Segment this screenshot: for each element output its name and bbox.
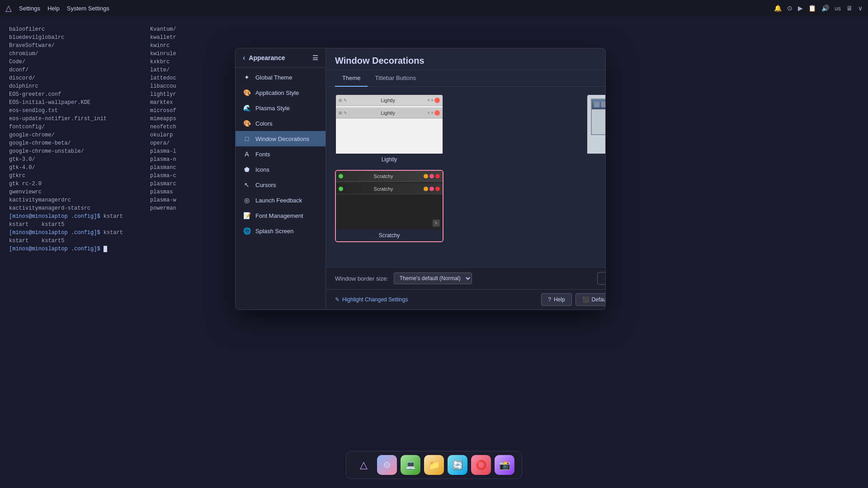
taskbar-files-icon[interactable]: 📁 xyxy=(424,455,444,475)
scratchy-title-2: Scratchy xyxy=(345,186,422,192)
sidebar-item-window-decorations[interactable]: □ Window Decorations xyxy=(236,131,326,146)
scratchy-content xyxy=(336,194,443,230)
panel-bottom: Window border size: Theme's default (Nor… xyxy=(326,267,605,289)
highlight-icon: ✎ xyxy=(335,296,340,303)
lightly-preview: ⊞ ✎ Lightly ∧ ∨ ⊞ ✎ Lightly xyxy=(336,95,443,154)
menu-system-settings[interactable]: System Settings xyxy=(67,5,109,12)
lightly-titlebar-2: ⊞ ✎ Lightly ∧ ∨ xyxy=(336,108,443,118)
highlight-changed-settings[interactable]: ✎ Highlight Changed Settings xyxy=(335,296,408,303)
footer-bar: ✎ Highlight Changed Settings ? Help ⬛ De… xyxy=(326,289,605,310)
back-arrow-icon[interactable]: ‹ xyxy=(243,54,245,62)
taskbar-screenshot-icon[interactable]: 📸 xyxy=(495,455,514,475)
sidebar-title: Appearance xyxy=(249,54,285,61)
top-bar-right: 🔔 ⊙ ▶ 📋 🔊 us 🖥 ∨ xyxy=(774,5,863,12)
help-button[interactable]: ? Help xyxy=(541,293,571,306)
taskbar-terminal-icon[interactable]: 💻 xyxy=(401,455,420,475)
lightly-close-btn-1[interactable] xyxy=(434,98,440,103)
taskbar-kde-icon[interactable]: △ xyxy=(354,455,373,475)
taskbar-settings-icon[interactable]: ⚙ xyxy=(377,455,397,475)
theme-card-scratchy[interactable]: Scratchy Scratchy xyxy=(335,170,443,242)
tab-titlebar-buttons[interactable]: Titlebar Buttons xyxy=(368,70,423,87)
top-bar: △ Settings Help System Settings 🔔 ⊙ ▶ 📋 … xyxy=(0,0,868,16)
scratchy-green-btn-2[interactable] xyxy=(339,187,343,191)
cursors-icon: ↖ xyxy=(243,181,251,189)
chevron-down-icon[interactable]: ∨ xyxy=(858,5,863,12)
lightly-title-1: Lightly xyxy=(351,98,425,103)
sidebar-item-colors[interactable]: 🎨 Colors xyxy=(236,116,326,131)
icons-icon: ⬟ xyxy=(243,165,251,174)
sidebar-items: ✦ Global Theme 🎨 Application Style 🌊 Pla… xyxy=(236,68,326,310)
sidebar-item-label: Launch Feedback xyxy=(255,197,302,204)
themes-row-top: ⊞ ✎ Lightly ∧ ∨ ⊞ ✎ Lightly xyxy=(335,94,605,166)
sidebar-header: ‹ Appearance ☰ xyxy=(236,48,326,68)
lightly-content xyxy=(336,118,443,154)
theme-card-plastik[interactable]: Plastik Plastik xyxy=(586,94,605,166)
clipboard-icon[interactable]: 📋 xyxy=(808,5,816,12)
scratchy-pink-btn-1[interactable] xyxy=(429,174,434,178)
lightly-close-btn-2[interactable] xyxy=(434,110,440,116)
defaults-icon: ⬛ xyxy=(582,296,589,303)
sidebar-item-application-style[interactable]: 🎨 Application Style xyxy=(236,85,326,100)
keyboard-layout: us xyxy=(835,5,841,12)
media-icon[interactable]: ⊙ xyxy=(787,5,793,12)
scratchy-pink-btn-2[interactable] xyxy=(429,187,434,191)
sidebar-item-icons[interactable]: ⬟ Icons xyxy=(236,162,326,177)
taskbar-app-icon[interactable]: ⭕ xyxy=(471,455,491,475)
sidebar-item-label: Window Decorations xyxy=(255,136,309,142)
sidebar-item-fonts[interactable]: A Fonts xyxy=(236,146,326,162)
plastik-shade-btn[interactable] xyxy=(601,101,605,108)
tab-theme[interactable]: Theme xyxy=(335,70,368,87)
fonts-icon: A xyxy=(243,150,251,158)
main-panel: Window Decorations Theme Titlebar Button… xyxy=(326,48,605,310)
window-decorations-icon: □ xyxy=(243,135,251,143)
sidebar-item-splash-screen[interactable]: 🌐 Splash Screen xyxy=(236,223,326,239)
scratchy-edit-icon[interactable]: ✎ xyxy=(433,220,440,227)
lightly-title-2: Lightly xyxy=(351,110,425,116)
taskbar-refresh-icon[interactable]: 🔄 xyxy=(448,455,467,475)
scratchy-red-btn-1[interactable] xyxy=(435,174,440,178)
display-icon[interactable]: 🖥 xyxy=(846,5,853,12)
border-size-label: Window border size: xyxy=(335,275,388,282)
scratchy-title-1: Scratchy xyxy=(345,174,422,179)
scratchy-titlebar-1: Scratchy xyxy=(336,171,443,182)
theme-card-lightly[interactable]: ⊞ ✎ Lightly ∧ ∨ ⊞ ✎ Lightly xyxy=(335,94,443,166)
kde-logo: △ xyxy=(5,3,12,13)
sidebar-item-label: Icons xyxy=(255,166,269,173)
sidebar-item-font-management[interactable]: 📝 Font Management xyxy=(236,208,326,223)
launch-feedback-icon: ◎ xyxy=(243,196,251,204)
colors-icon: 🎨 xyxy=(243,119,251,127)
get-new-decorations-button[interactable]: ⬇ Get New Window Decorations... xyxy=(597,272,605,285)
plastik-menu-btn[interactable] xyxy=(594,101,600,108)
scratchy-titlebar-2: Scratchy xyxy=(336,183,443,194)
splash-screen-icon: 🌐 xyxy=(243,227,251,235)
sidebar-item-global-theme[interactable]: ✦ Global Theme xyxy=(236,70,326,85)
play-icon[interactable]: ▶ xyxy=(798,5,803,12)
sidebar-item-label: Font Management xyxy=(255,212,303,219)
border-size-select[interactable]: Theme's default (Normal) xyxy=(394,272,472,284)
top-menu: Settings Help System Settings xyxy=(19,5,109,12)
plasma-style-icon: 🌊 xyxy=(243,104,251,112)
scratchy-orange-btn-1[interactable] xyxy=(424,174,428,178)
plastik-content xyxy=(592,109,605,134)
notification-icon[interactable]: 🔔 xyxy=(774,5,782,12)
defaults-button[interactable]: ⬛ Defaults xyxy=(576,293,605,306)
global-theme-icon: ✦ xyxy=(243,73,251,81)
volume-icon[interactable]: 🔊 xyxy=(821,5,829,12)
lightly-titlebar-1: ⊞ ✎ Lightly ∧ ∨ xyxy=(336,95,443,106)
hamburger-icon[interactable]: ☰ xyxy=(312,54,318,61)
scratchy-orange-btn-2[interactable] xyxy=(424,187,428,191)
menu-help[interactable]: Help xyxy=(47,5,60,12)
menu-settings[interactable]: Settings xyxy=(19,5,40,12)
main-content: baloofilerc bluedevilglobalrc BraveSoftw… xyxy=(0,16,868,488)
sidebar-item-cursors[interactable]: ↖ Cursors xyxy=(236,177,326,192)
sidebar-item-plasma-style[interactable]: 🌊 Plasma Style xyxy=(236,100,326,116)
scratchy-green-btn-1[interactable] xyxy=(339,174,343,178)
help-icon: ? xyxy=(548,296,551,303)
plastik-theme-name: Plastik xyxy=(587,154,605,165)
sidebar-item-label: Cursors xyxy=(255,182,276,188)
sidebar-item-launch-feedback[interactable]: ◎ Launch Feedback xyxy=(236,192,326,208)
taskbar: △ ⚙ 💻 📁 🔄 ⭕ 📸 xyxy=(346,451,522,479)
scratchy-red-btn-2[interactable] xyxy=(435,187,440,191)
sidebar-item-label: Colors xyxy=(255,120,273,127)
application-style-icon: 🎨 xyxy=(243,89,251,97)
